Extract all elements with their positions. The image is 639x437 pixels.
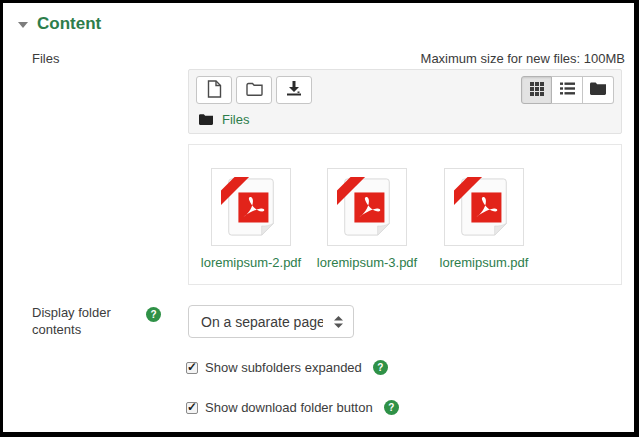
- create-folder-button[interactable]: [236, 76, 272, 104]
- files-field-label: Files: [32, 51, 59, 66]
- file-manager: Files loremipsum-2.pdf: [188, 69, 622, 285]
- pdf-file-icon: [444, 168, 524, 246]
- display-folder-contents-label: Display folder contents: [32, 304, 150, 338]
- section-header[interactable]: Content: [18, 14, 101, 34]
- list-view-button[interactable]: [552, 76, 583, 104]
- display-folder-contents-select[interactable]: On a separate page: [188, 305, 354, 338]
- file-name: loremipsum-2.pdf: [199, 255, 303, 271]
- file-tile[interactable]: loremipsum-2.pdf: [199, 168, 303, 271]
- file-name: loremipsum.pdf: [432, 255, 536, 271]
- new-folder-icon: [246, 82, 263, 99]
- pdf-file-icon: [327, 168, 407, 246]
- section-title[interactable]: Content: [37, 14, 101, 34]
- folder-icon: [199, 114, 213, 125]
- file-tile[interactable]: loremipsum-3.pdf: [315, 168, 419, 271]
- show-subfolders-checkbox[interactable]: [186, 362, 198, 374]
- collapse-triangle-icon[interactable]: [18, 22, 28, 28]
- help-icon[interactable]: ?: [146, 307, 161, 322]
- icons-view-button[interactable]: [521, 76, 552, 104]
- help-question-glyph: ?: [377, 362, 383, 373]
- content-section-panel: Content Files Maximum size for new files…: [0, 0, 639, 437]
- breadcrumb-files-link[interactable]: Files: [222, 112, 249, 127]
- download-icon: [286, 81, 302, 99]
- toolbar-left-buttons: [196, 76, 312, 104]
- list-view-icon: [560, 82, 575, 98]
- show-subfolders-label[interactable]: Show subfolders expanded: [205, 360, 362, 375]
- breadcrumb: Files: [196, 110, 614, 128]
- display-folder-contents-select-wrap: On a separate page: [188, 305, 354, 338]
- show-download-button-row: Show download folder button ?: [186, 400, 399, 415]
- help-question-glyph: ?: [150, 309, 156, 320]
- file-manager-toolbar: Files: [188, 69, 622, 134]
- file-tile[interactable]: loremipsum.pdf: [432, 168, 536, 271]
- show-download-folder-button-label[interactable]: Show download folder button: [205, 400, 373, 415]
- help-icon[interactable]: ?: [384, 400, 399, 415]
- file-dropzone[interactable]: loremipsum-2.pdf loremipsum-3.pdf: [188, 144, 622, 285]
- download-all-button[interactable]: [276, 76, 312, 104]
- new-document-icon: [207, 80, 222, 101]
- folder-tree-icon: [590, 82, 606, 98]
- max-size-note: Maximum size for new files: 100MB: [421, 51, 625, 66]
- help-question-glyph: ?: [388, 402, 394, 413]
- help-icon[interactable]: ?: [373, 360, 388, 375]
- show-subfolders-row: Show subfolders expanded ?: [186, 360, 388, 375]
- show-download-folder-button-checkbox[interactable]: [186, 402, 198, 414]
- tree-view-button[interactable]: [583, 76, 614, 104]
- file-name: loremipsum-3.pdf: [315, 255, 419, 271]
- grid-view-icon: [530, 82, 544, 99]
- add-file-button[interactable]: [196, 76, 232, 104]
- view-toggle-group: [521, 76, 614, 104]
- pdf-file-icon: [211, 168, 291, 246]
